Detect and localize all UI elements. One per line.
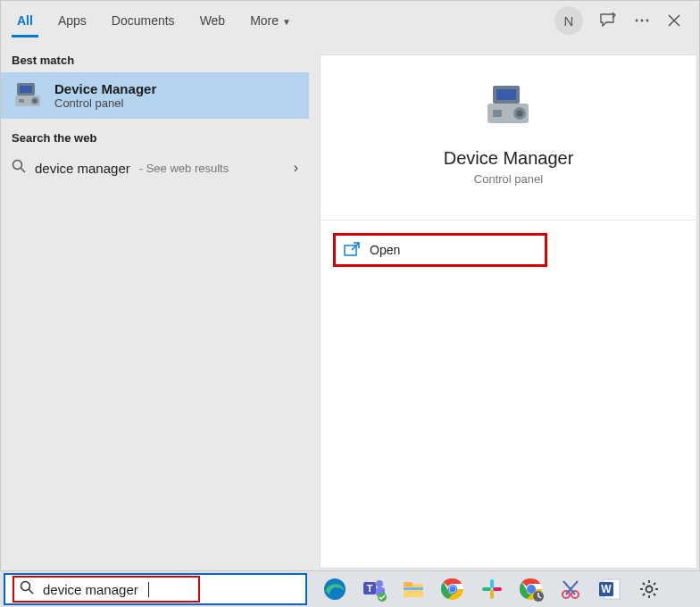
svg-line-53 bbox=[654, 583, 655, 585]
text-cursor bbox=[148, 582, 149, 597]
svg-rect-12 bbox=[496, 89, 516, 100]
taskbar-snip-icon[interactable] bbox=[554, 575, 588, 603]
svg-point-18 bbox=[21, 582, 30, 591]
taskbar-search-box[interactable]: device manager bbox=[4, 573, 307, 605]
preview-subtitle: Control panel bbox=[474, 172, 543, 186]
device-manager-large-icon bbox=[482, 80, 536, 134]
svg-rect-27 bbox=[404, 582, 412, 586]
svg-rect-16 bbox=[493, 110, 502, 117]
tab-apps[interactable]: Apps bbox=[46, 4, 99, 37]
tab-more[interactable]: More▼ bbox=[238, 4, 304, 37]
device-manager-icon bbox=[12, 79, 44, 112]
taskbar-file-explorer-icon[interactable] bbox=[396, 575, 430, 603]
tab-all[interactable]: All bbox=[4, 4, 46, 37]
svg-point-7 bbox=[33, 99, 37, 103]
open-label: Open bbox=[370, 243, 400, 257]
svg-line-19 bbox=[29, 590, 34, 595]
svg-point-23 bbox=[376, 580, 383, 587]
filter-tabs: All Apps Documents Web More▼ N bbox=[1, 1, 699, 40]
svg-text:T: T bbox=[367, 583, 373, 594]
tab-apps-label: Apps bbox=[58, 13, 87, 28]
svg-rect-36 bbox=[493, 587, 502, 591]
feedback-icon[interactable] bbox=[599, 12, 617, 29]
svg-rect-34 bbox=[482, 587, 491, 591]
svg-point-15 bbox=[516, 111, 522, 117]
best-match-text: Device Manager Control panel bbox=[54, 81, 156, 110]
svg-text:W: W bbox=[601, 583, 612, 595]
svg-point-38 bbox=[527, 585, 536, 594]
web-result-hint: - See web results bbox=[139, 162, 229, 175]
tab-all-label: All bbox=[17, 13, 33, 28]
open-icon bbox=[345, 243, 361, 257]
preview-pane: Device Manager Control panel Open bbox=[320, 54, 697, 569]
web-result-row[interactable]: device manager - See web results › bbox=[1, 150, 309, 186]
taskbar-teams-icon[interactable]: T bbox=[357, 575, 391, 603]
svg-rect-28 bbox=[404, 587, 423, 590]
search-icon bbox=[12, 159, 26, 177]
svg-point-2 bbox=[646, 20, 649, 22]
svg-point-1 bbox=[641, 20, 644, 22]
preview-title: Device Manager bbox=[444, 148, 574, 169]
best-match-title: Device Manager bbox=[54, 81, 156, 96]
svg-rect-4 bbox=[20, 86, 32, 93]
topright-controls: N bbox=[554, 6, 696, 35]
svg-point-9 bbox=[13, 161, 22, 170]
best-match-result[interactable]: Device Manager Control panel bbox=[1, 72, 309, 119]
svg-line-10 bbox=[21, 169, 26, 173]
tab-documents-label: Documents bbox=[112, 13, 175, 28]
open-button[interactable]: Open bbox=[333, 233, 547, 267]
search-panel: All Apps Documents Web More▼ N Best matc… bbox=[0, 0, 700, 571]
taskbar-settings-icon[interactable] bbox=[632, 575, 666, 603]
chevron-down-icon: ▼ bbox=[282, 17, 291, 27]
tab-documents[interactable]: Documents bbox=[99, 4, 188, 37]
svg-line-52 bbox=[643, 594, 645, 595]
taskbar: device manager T W bbox=[0, 571, 700, 607]
best-match-subtitle: Control panel bbox=[54, 96, 156, 110]
search-web-heading: Search the web bbox=[1, 119, 309, 150]
svg-point-45 bbox=[646, 586, 653, 593]
taskbar-slack-icon[interactable] bbox=[475, 575, 509, 603]
svg-point-32 bbox=[450, 586, 456, 593]
chevron-right-icon: › bbox=[294, 160, 298, 176]
close-icon[interactable] bbox=[667, 13, 681, 28]
tab-web-label: Web bbox=[200, 13, 226, 28]
avatar-letter: N bbox=[564, 13, 574, 29]
taskbar-word-icon[interactable]: W bbox=[593, 575, 627, 603]
results-column: Best match Device Manager Control panel … bbox=[1, 41, 309, 570]
taskbar-search-highlight: device manager bbox=[12, 576, 200, 603]
svg-line-50 bbox=[643, 583, 645, 585]
taskbar-chrome-icon[interactable] bbox=[436, 575, 470, 603]
svg-line-51 bbox=[654, 594, 655, 595]
tab-web[interactable]: Web bbox=[188, 4, 238, 37]
web-result-term: device manager bbox=[35, 161, 130, 176]
divider bbox=[321, 220, 696, 220]
taskbar-apps: T W bbox=[318, 575, 666, 603]
svg-rect-33 bbox=[490, 579, 494, 588]
tab-more-label: More bbox=[250, 13, 279, 28]
taskbar-edge-icon[interactable] bbox=[318, 575, 352, 603]
search-input-text: device manager bbox=[43, 582, 138, 597]
taskbar-chrome-beta-icon[interactable] bbox=[514, 575, 548, 603]
preview-hero: Device Manager Control panel bbox=[321, 55, 696, 202]
user-avatar[interactable]: N bbox=[554, 6, 583, 35]
best-match-heading: Best match bbox=[1, 41, 309, 72]
svg-point-0 bbox=[636, 20, 638, 22]
more-options-icon[interactable] bbox=[633, 12, 651, 29]
svg-rect-8 bbox=[19, 99, 24, 103]
svg-rect-35 bbox=[490, 590, 494, 599]
search-icon bbox=[20, 580, 34, 598]
